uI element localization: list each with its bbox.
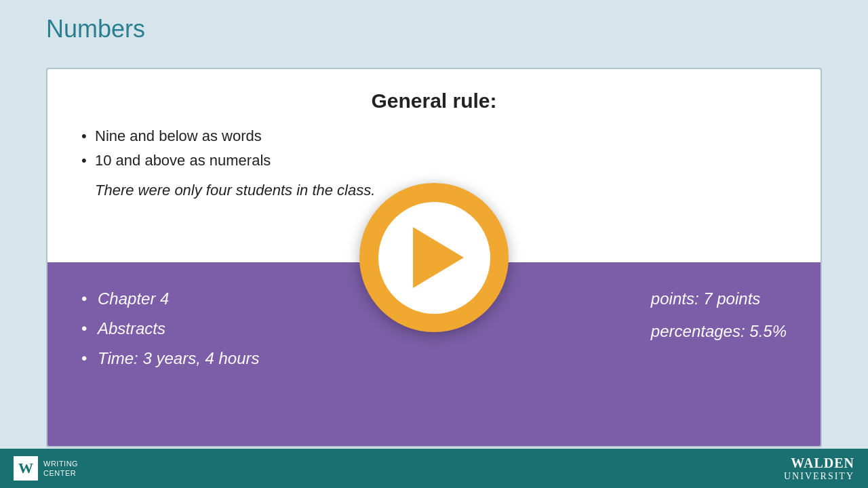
slide-heading: General rule:	[81, 89, 787, 113]
walden-university-text: University	[784, 471, 854, 482]
play-circle-inner	[378, 202, 490, 314]
page-title: Numbers	[46, 15, 145, 43]
slide-top-bullets: Nine and below as words 10 and above as …	[81, 127, 787, 169]
bottom-bullet-3: Time: 3 years, 4 hours	[81, 349, 787, 368]
writing-center-text: WRITING CENTER	[43, 459, 78, 479]
footer-bar: W WRITING CENTER Walden University	[0, 449, 868, 488]
walden-university-logo: Walden University	[784, 455, 854, 482]
bottom-right-line2: percentages: 5.5%	[651, 322, 787, 340]
bottom-right-line1: points: 7 points	[651, 289, 760, 308]
slide-container: General rule: Nine and below as words 10…	[46, 68, 822, 447]
walden-name: Walden	[784, 455, 854, 471]
bullet-item-2: 10 and above as numerals	[81, 152, 787, 169]
bullet-item-1: Nine and below as words	[81, 127, 787, 145]
play-triangle-icon	[413, 227, 464, 288]
writing-center-logo: W WRITING CENTER	[14, 456, 78, 481]
slide-bottom-right-text: points: 7 points percentages: 5.5%	[651, 283, 787, 348]
logo-w-letter: W	[14, 456, 38, 481]
play-circle-outer	[359, 183, 509, 332]
play-button[interactable]	[359, 183, 509, 332]
